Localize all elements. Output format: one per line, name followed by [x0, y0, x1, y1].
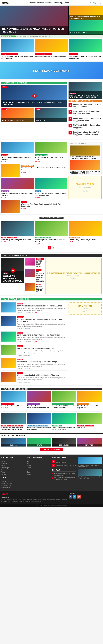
topic-business[interactable]: BUSINESS: [2, 438, 26, 446]
bottom-modern[interactable]: Business, Finance, Technology How to Mak…: [27, 413, 51, 431]
nav-lifestyle[interactable]: Lifestyle: [37, 2, 44, 4]
page-2[interactable]: 2: [52, 246, 55, 250]
article-holiday[interactable]: Travel Photos That Will Make You Want to…: [35, 178, 68, 199]
footer-music[interactable]: Music: [27, 462, 51, 464]
lifestyle-main-card[interactable]: VIDEO EXCLUSIVE PREVIEW OF UPCOMING MOVI…: [2, 258, 24, 284]
review-laptop[interactable]: Business, Technology New Laptop Will Cha…: [2, 222, 34, 245]
sponsored-item-2[interactable]: IT IS FINALLY FIGURED OUT HOW TO PLAN TH…: [70, 160, 100, 174]
lifestyle-main-title: EXCLUSIVE PREVIEW OF UPCOMING MOVIE: [3, 275, 23, 282]
fashion-ad-title: THE HOTTEST FASHION TRENDS FOR AUTUMN - …: [47, 272, 100, 274]
footer-health[interactable]: Health: [27, 467, 51, 469]
discussed-item-1[interactable]: 1 Is Coffee Good for You? What It Does t…: [52, 460, 76, 464]
play-button[interactable]: [32, 94, 36, 98]
topic-health[interactable]: HEALTH: [26, 438, 51, 446]
archive-oct[interactable]: October 2016: [2, 487, 26, 489]
mag-link[interactable]: MAG: [89, 2, 92, 4]
popular-item-5[interactable]: 5 Best Moments From the Last Week That P…: [68, 131, 102, 136]
title-time-travel: What Does Time Travel Really Look Like? …: [21, 203, 68, 207]
site-logo[interactable]: MAG.: [2, 1, 9, 4]
small-video-1[interactable]: PHOTO BEST MOMENTS FROM THE LAST WEEK TH…: [2, 108, 34, 122]
main-video-card[interactable]: VIDEO MUST-WATCH INSPIRATIONAL VIDEO FOR…: [2, 85, 68, 107]
review-vinyl[interactable]: Lifestyle, Video Portable Vinyl Record P…: [69, 222, 102, 245]
hero-right: ANNOUNCING WINNERS OF OUR TRAVEL & TWEET…: [69, 6, 103, 34]
article-travel-local[interactable]: Lifestyle, Travel Three Tips Will Help Y…: [35, 142, 68, 163]
footer-business[interactable]: Business: [2, 464, 26, 467]
card-animation[interactable]: Recent Hits Best Animation Movie to Wait…: [69, 39, 102, 60]
article-quotes[interactable]: Lifestyle Inspirational Quotes That Will…: [2, 178, 34, 199]
article-app[interactable]: Technology This App Will Help You Save M…: [2, 315, 68, 330]
job-title: The Ultimate Guide to Getting a Job Afte…: [17, 361, 68, 363]
hero-small-top[interactable]: ANNOUNCING WINNERS OF OUR TRAVEL & TWEET…: [69, 6, 103, 20]
grid-icon[interactable]: ⊞: [100, 2, 102, 4]
nav-technology[interactable]: Technology: [54, 2, 63, 4]
googleplus-icon[interactable]: g+: [77, 495, 81, 498]
small-video-2[interactable]: VIDEO COOL AND INSPIRATIONAL DESIGN IDEA…: [35, 108, 68, 122]
archive-jan[interactable]: January 2017: [2, 480, 26, 482]
load-more-button[interactable]: LOAD MORE ARTICLES: [40, 448, 63, 452]
hero-small-bottom[interactable]: BEST BEACH GETAWAYS: [69, 20, 103, 34]
card-breakfast[interactable]: Food, Health, Lifestyle Best Breakfasts …: [35, 39, 68, 60]
how-to-style[interactable]: Fashion, Lifestyle HOW TO STYLE YOUR OUT…: [25, 258, 44, 268]
daily-news-section: Your Source for Daily News Fashion, Life…: [0, 386, 103, 411]
nav-features[interactable]: Features: [29, 2, 36, 4]
footer-science[interactable]: Science: [27, 464, 51, 467]
page-1[interactable]: 1: [48, 246, 51, 250]
bottom-foods[interactable]: Body, Health Foods That Can Actually Be …: [52, 413, 76, 431]
meta-vinyl: ▶ 3,450: [69, 241, 102, 242]
footer-travel[interactable]: Travel: [2, 471, 26, 473]
footer-culture[interactable]: Culture: [27, 471, 51, 473]
twitter-icon[interactable]: t: [73, 495, 76, 498]
footer-features[interactable]: Features: [2, 460, 26, 462]
footer-lifestyle[interactable]: Lifestyle: [2, 462, 26, 464]
footer-video[interactable]: Video: [2, 469, 26, 471]
invest-card[interactable]: Business HOW TO START INVESTING IN STOCK…: [68, 82, 102, 99]
article-john-doe[interactable]: Business John Doe Exclusively Shares His…: [2, 301, 68, 315]
footer-food[interactable]: Food: [27, 469, 51, 471]
article-money[interactable]: Business 10 Easy Rules That Will Make Yo…: [2, 142, 34, 163]
menu-icon[interactable]: ☰: [97, 2, 99, 4]
article-grid-left: Business 10 Easy Rules That Will Make Yo…: [2, 142, 68, 163]
popular-thumb-1[interactable]: Announcing Winners of Our Travel & Tweet…: [78, 457, 102, 468]
archive-dec[interactable]: December 2016: [2, 482, 26, 484]
archive-nov[interactable]: November 2016: [2, 484, 26, 487]
article-job[interactable]: Business The Ultimate Guide to Getting a…: [2, 357, 68, 370]
footer-technology[interactable]: Technology: [2, 467, 26, 469]
popular-item-3[interactable]: 3 Coffee Good for You? What It Does to Y…: [68, 117, 102, 123]
popular-thumb-2[interactable]: The Advantages and Disadvantages of Work…: [78, 468, 102, 480]
daily-businesswoman[interactable]: Fashion, Lifestyle What Does Modern Busi…: [27, 391, 51, 409]
card-coffee[interactable]: Food, Health, Lifestyle Coffee Good for …: [2, 39, 34, 60]
topic-lifestyle[interactable]: LIFESTYLE: [77, 438, 102, 446]
article-real-estate[interactable]: Business What's Happening in Real Estate…: [2, 370, 68, 384]
hero-main[interactable]: THE ADVANTAGES AND DISADVANTAGES OF WORK…: [0, 6, 68, 34]
article-bank[interactable]: Business Bank Investments to Tech Startu…: [2, 330, 68, 344]
sidebar-right: Sponsored Stories GUIDE TO CHOOSING STYL…: [68, 142, 102, 213]
discussed-item-2[interactable]: 2 Photos That Will Make You Want to Trav…: [52, 464, 76, 468]
facebook-icon[interactable]: f: [69, 495, 72, 498]
nav-video[interactable]: Video: [65, 2, 69, 4]
topic-technology[interactable]: TECHNOLOGY: [52, 438, 76, 446]
footer-fashion[interactable]: Fashion: [2, 473, 26, 475]
popular-item-2[interactable]: 2 The Advantages and Disadvantages of Wo…: [68, 110, 102, 116]
popular-footer-1[interactable]: Announcing Winners of Our Travel & Tweet…: [52, 473, 76, 476]
popular-item-1[interactable]: 1 Announcing Winners of Our Travel & Twe…: [68, 103, 102, 109]
popular-item-4[interactable]: 4 The Ultimate Guide to Getting a Job Af…: [68, 124, 102, 130]
bottom-should-eat[interactable]: Food, Health, Lifestyle Should Eat: [78, 413, 102, 431]
article-desert[interactable]: Lifestyle, Travel This Couple Spent a We…: [2, 164, 68, 177]
sponsored-item-1[interactable]: GUIDE TO CHOOSING STYLISH BUT COMFORTABL…: [70, 146, 100, 159]
nav-business[interactable]: Business: [46, 2, 52, 4]
autumn-trends[interactable]: Fashion AUTUMN FASHION TRENDS 2016: [25, 283, 44, 293]
review-phone[interactable]: Business, Technology Our In-depth Review…: [35, 222, 68, 245]
daily-brain-food[interactable]: Business, Finance, Technology Brain Food…: [52, 391, 76, 409]
bottom-hft[interactable]: Business, Finance, Technology Understand…: [2, 413, 26, 431]
search-icon[interactable]: 🔍: [93, 2, 96, 4]
footer-arts[interactable]: Arts: [27, 460, 51, 462]
daily-clothing[interactable]: Fashion, Lifestyle Best Children Clothin…: [2, 391, 26, 409]
article-time-travel[interactable]: Travel What Does Time Travel Really Look…: [2, 200, 68, 213]
footer-design[interactable]: Design: [27, 473, 51, 475]
interview-card[interactable]: Interview OUR INTERVIEW WITH THE CELEBRI…: [25, 269, 44, 282]
lifestyle-play-button[interactable]: [11, 268, 15, 273]
daily-health-insurance[interactable]: Fitness, Health Why Your Health Insuranc…: [78, 391, 102, 409]
article-adventure[interactable]: Lifestyle Ready for Adventure: Guide to …: [2, 344, 68, 357]
lifestyle-sidebar: Fashion, Lifestyle HOW TO STYLE YOUR OUT…: [25, 258, 44, 294]
popular-footer-2[interactable]: The Advantages and Disadvantages of Work…: [52, 477, 76, 480]
